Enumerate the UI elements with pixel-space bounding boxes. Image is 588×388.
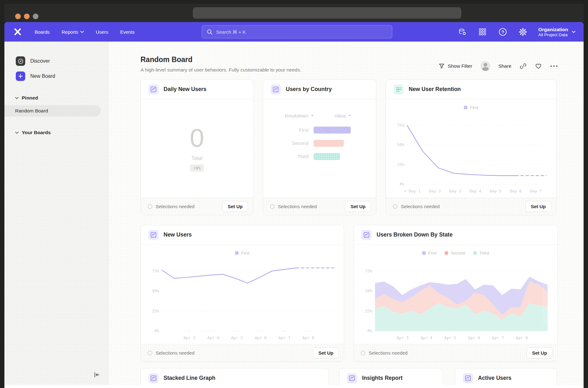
chart-legend: FirstSecondThird [422, 250, 489, 256]
org-project: All Project Data [538, 32, 568, 37]
legend-swatch [464, 106, 467, 109]
nav-reports[interactable]: Reports [62, 29, 84, 35]
status-text: Selections needed [393, 204, 440, 209]
chevron-down-icon [80, 31, 84, 33]
avatar[interactable] [481, 61, 490, 71]
x-tick-label: Apr 6 [468, 335, 480, 340]
country-bar[interactable] [314, 140, 344, 147]
country-row-label: Second [263, 140, 314, 146]
breakdown-dropdown[interactable]: Breakdown [263, 113, 314, 118]
series-line [162, 268, 296, 283]
legend-swatch [235, 251, 239, 255]
sidebar-section-pinned[interactable]: Pinned [15, 95, 108, 101]
x-tick-label: Apr 5 [231, 335, 243, 340]
x-tick-label: Apr 4 [420, 335, 432, 340]
mixpanel-logo-icon[interactable] [13, 27, 22, 36]
share-button[interactable]: Share [499, 63, 511, 69]
ellipsis-icon [550, 65, 558, 67]
cards-row-1: Daily New Users 0 Total ↑0% Selections n… [141, 79, 584, 215]
data-management-icon[interactable] [458, 27, 467, 37]
x-tick-label: Day 2 [429, 189, 441, 193]
cards-row-2: New Users First 75%50%25%0%Apr 3Apr 4Apr… [141, 225, 584, 362]
value-dropdown[interactable]: Value [334, 113, 351, 118]
set-up-button[interactable]: Set Up [525, 201, 551, 212]
more-options-button[interactable] [550, 65, 558, 67]
legend-swatch [445, 251, 448, 255]
legend-item[interactable]: First [422, 251, 436, 255]
x-tick-label: Apr 7 [279, 335, 291, 340]
card-users-by-country: Users by Country Breakdown Value FirstSe… [263, 79, 376, 215]
legend-item[interactable]: First [464, 105, 478, 110]
nav-users[interactable]: Users [96, 29, 108, 35]
country-bar[interactable] [314, 153, 340, 160]
sidebar-item-label: Discover [30, 58, 50, 64]
svg-text:?: ? [501, 29, 504, 34]
traffic-light-minimize[interactable] [24, 14, 30, 19]
apps-grid-icon[interactable] [478, 27, 487, 37]
legend-label: Second [451, 251, 465, 255]
insights-chart-icon [148, 373, 159, 383]
legend-item[interactable]: Third [473, 251, 489, 255]
sidebar-section-your-boards[interactable]: Your Boards [15, 130, 108, 135]
insights-chart-icon [463, 373, 473, 383]
card-title: Users Broken Down By State [377, 231, 453, 238]
legend-label: Third [479, 251, 489, 255]
help-icon[interactable]: ? [498, 27, 507, 37]
retention-grid-icon [394, 84, 404, 94]
set-up-button[interactable]: Set Up [313, 347, 339, 358]
copy-link-button[interactable] [520, 63, 527, 70]
status-circle-icon [148, 351, 152, 355]
card-title: Insights Report [362, 375, 402, 381]
card-title: Stacked Line Graph [164, 375, 215, 381]
legend-label: First [470, 105, 478, 110]
country-bars: FirstSecondThird [263, 127, 376, 160]
sidebar-item-discover[interactable]: Discover [16, 56, 108, 66]
plus-icon [16, 71, 25, 81]
global-search[interactable] [202, 25, 392, 38]
card-new-user-retention: New User Retention First 75%50%25%0%< Da… [386, 79, 556, 215]
org-name: Organization [538, 26, 568, 32]
favorite-button[interactable] [535, 62, 542, 70]
board-main: Random Board A high-level summary of use… [108, 42, 584, 385]
series-line [407, 125, 516, 175]
x-tick-label: Apr 3 [397, 335, 409, 340]
traffic-light-close[interactable] [15, 14, 21, 19]
nav-events[interactable]: Events [120, 29, 135, 35]
set-up-button[interactable]: Set Up [527, 347, 552, 358]
new-users-line-chart: 75%50%25%0%Apr 3Apr 4Apr 5Apr 6Apr 7Apr … [146, 256, 338, 342]
x-tick-label: Apr 7 [492, 335, 504, 340]
y-tick-label: 0% [154, 328, 159, 333]
y-tick-label: 25% [365, 309, 372, 313]
status-circle-icon [270, 204, 274, 209]
search-input[interactable] [216, 29, 388, 35]
card-insights-report: Insights Report [339, 368, 443, 385]
sidebar-item-label: New Board [30, 73, 55, 79]
window-titlebar [4, 4, 584, 22]
collapse-sidebar-button[interactable] [93, 371, 101, 380]
traffic-light-zoom[interactable] [33, 14, 38, 19]
x-tick-label: Apr 6 [255, 335, 267, 340]
metric-value: 0 [190, 125, 204, 151]
y-tick-label: 75% [397, 123, 404, 128]
retention-line-chart: 75%50%25%0%< Day 1Day 2Day 3Day 4Day 5Da… [391, 111, 551, 195]
status-text: Selections needed [270, 204, 317, 209]
metric-delta-badge: ↑0% [190, 164, 204, 172]
settings-gear-icon[interactable] [518, 27, 527, 37]
status-text: Selections needed [148, 350, 194, 356]
show-filter-button[interactable]: Show Filter [439, 63, 472, 69]
legend-item[interactable]: First [235, 251, 249, 255]
nav-right-controls: ? Organization All Project Data [458, 26, 575, 37]
sidebar: Discover New Board Pinned Random Board [4, 42, 108, 385]
country-bar[interactable] [314, 127, 351, 134]
x-tick-label: Day 3 [449, 189, 461, 193]
org-switcher[interactable]: Organization All Project Data [538, 26, 575, 37]
y-tick-label: 75% [365, 269, 372, 273]
insights-chart-icon [361, 230, 372, 240]
set-up-button[interactable]: Set Up [345, 201, 371, 212]
legend-item[interactable]: Second [445, 251, 465, 255]
sidebar-item-new-board[interactable]: New Board [16, 71, 108, 81]
browser-url-bar[interactable] [193, 7, 461, 19]
sidebar-item-random-board[interactable]: Random Board [4, 105, 101, 117]
set-up-button[interactable]: Set Up [222, 201, 248, 212]
nav-boards[interactable]: Boards [35, 29, 50, 35]
